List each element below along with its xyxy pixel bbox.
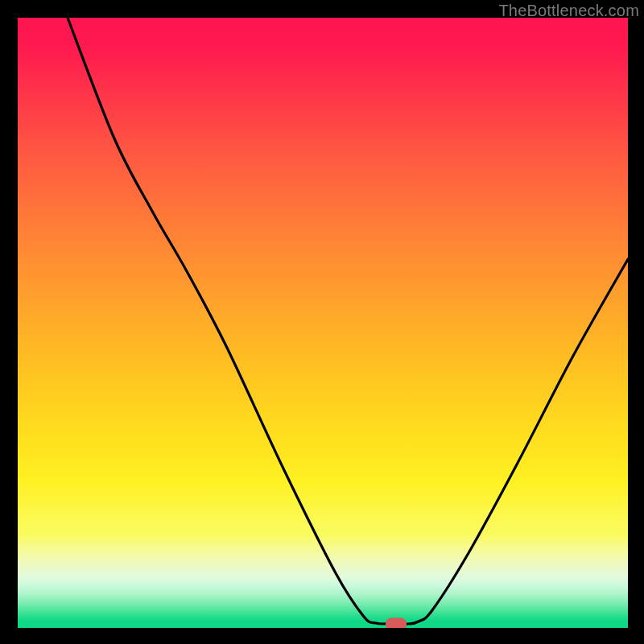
watermark-text: TheBottleneck.com bbox=[498, 2, 639, 20]
chart-container: TheBottleneck.com bbox=[0, 0, 644, 644]
bottleneck-curve bbox=[18, 18, 628, 628]
plot-area bbox=[18, 18, 628, 628]
optimal-point-marker bbox=[386, 618, 407, 629]
